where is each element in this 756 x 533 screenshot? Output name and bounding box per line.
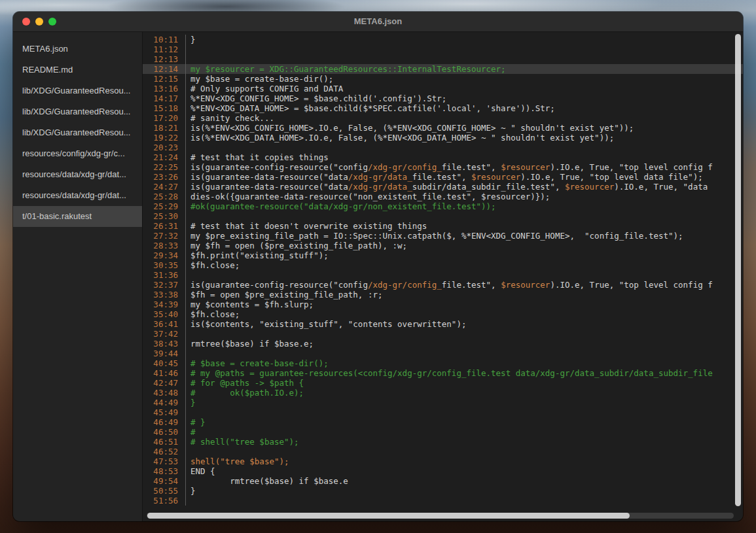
code-line[interactable]: 46:52 bbox=[143, 447, 743, 456]
code-line[interactable]: 42:47# for @paths -> $path { bbox=[143, 378, 743, 388]
code-line[interactable]: 51:56 bbox=[143, 496, 743, 506]
sidebar-item[interactable]: lib/XDG/GuaranteedResou... bbox=[13, 101, 142, 122]
code-line[interactable]: 29:34$fh.print("existing_stuff"); bbox=[143, 250, 743, 260]
code-line[interactable]: 27:32my $pre_existing_file_path = IO::Sp… bbox=[143, 231, 743, 241]
code-line[interactable]: 12:15my $base = create-base-dir(); bbox=[143, 74, 743, 84]
code-line[interactable]: 43:48# ok($path.IO.e); bbox=[143, 388, 743, 398]
code-line[interactable]: 33:38$fh = open $pre_existing_file_path,… bbox=[143, 290, 743, 300]
code-line[interactable]: 39:44 bbox=[143, 349, 743, 358]
code-line[interactable]: 30:35$fh.close; bbox=[143, 260, 743, 270]
code-line[interactable]: 23:26is(guarantee-data-resource("data/xd… bbox=[143, 172, 743, 182]
sidebar-item[interactable]: README.md bbox=[13, 60, 142, 80]
gutter-separator bbox=[178, 378, 186, 388]
code-segment-plain: ).IO.e, True, "top level config f bbox=[550, 162, 712, 172]
code-line[interactable]: 38:43rmtree($base) if $base.e; bbox=[143, 339, 743, 349]
code-text: # shell("tree $base"); bbox=[186, 437, 299, 447]
code-line[interactable]: 15:18%*ENV<XDG_DATA_HOME> = $base.child(… bbox=[143, 103, 743, 113]
code-text bbox=[186, 349, 190, 358]
code-line[interactable]: 12:14my $resourcer = XDG::GuaranteedReso… bbox=[143, 64, 743, 74]
gutter-separator bbox=[178, 54, 186, 64]
code-editor[interactable]: 10:11}11:1212:1312:14my $resourcer = XDG… bbox=[143, 32, 743, 521]
code-segment-plain: dies-ok({guarantee-data-resource("non_ex… bbox=[190, 192, 550, 201]
code-line[interactable]: 17:20# sanity check... bbox=[143, 113, 743, 123]
code-segment-plain: # Only supports CONFIG and DATA bbox=[190, 84, 343, 94]
code-text: END { bbox=[186, 466, 215, 476]
line-number: 19:22 bbox=[143, 133, 178, 143]
code-line[interactable]: 46:51# shell("tree $base"); bbox=[143, 437, 743, 447]
code-segment-changed: /xdg-gr/data_ bbox=[348, 172, 412, 182]
code-line[interactable]: 37:42 bbox=[143, 329, 743, 339]
code-line[interactable]: 20:23 bbox=[143, 143, 743, 152]
window-content: META6.jsonREADME.mdlib/XDG/GuaranteedRes… bbox=[13, 32, 743, 521]
line-number: 46:49 bbox=[143, 417, 178, 427]
code-line[interactable]: 10:11} bbox=[143, 35, 743, 44]
code-line[interactable]: 18:21is(%*ENV<XDG_CONFIG_HOME>.IO.e, Fal… bbox=[143, 123, 743, 133]
sidebar-item[interactable]: resources/data/xdg-gr/dat... bbox=[13, 164, 142, 185]
code-segment-plain: my $contents = $fh.slurp; bbox=[190, 300, 314, 309]
code-line[interactable]: 40:45# $base = create-base-dir(); bbox=[143, 358, 743, 368]
gutter-separator bbox=[178, 388, 186, 398]
window-titlebar[interactable]: META6.json bbox=[13, 12, 743, 32]
code-line[interactable]: 12:13 bbox=[143, 54, 743, 64]
code-line[interactable]: 31:36 bbox=[143, 270, 743, 280]
gutter-separator bbox=[178, 486, 186, 496]
code-text: # bbox=[186, 427, 196, 437]
code-line[interactable]: 14:17%*ENV<XDG_CONFIG_HOME> = $base.chil… bbox=[143, 94, 743, 103]
code-line[interactable]: 13:16# Only supports CONFIG and DATA bbox=[143, 84, 743, 94]
code-line[interactable]: 48:53END { bbox=[143, 466, 743, 476]
code-line[interactable]: 22:25is(guarantee-config-resource("confi… bbox=[143, 162, 743, 172]
code-line[interactable]: 24:27is(guarantee-data-resource("data/xd… bbox=[143, 182, 743, 192]
code-line[interactable]: 25:28dies-ok({guarantee-data-resource("n… bbox=[143, 192, 743, 201]
code-segment-plain: $fh.print("existing_stuff"); bbox=[190, 250, 329, 260]
code-line[interactable]: 11:12 bbox=[143, 44, 743, 54]
gutter-separator bbox=[178, 162, 186, 172]
code-line[interactable]: 34:39my $contents = $fh.slurp; bbox=[143, 300, 743, 309]
code-segment-plain: file.test", bbox=[412, 172, 471, 182]
desktop-background: META6.json META6.jsonREADME.mdlib/XDG/Gu… bbox=[0, 0, 756, 533]
vertical-scrollbar[interactable] bbox=[735, 34, 741, 506]
code-line[interactable]: 45:49 bbox=[143, 407, 743, 417]
code-line[interactable]: 46:49# } bbox=[143, 417, 743, 427]
code-line[interactable]: 47:53shell("tree $base"); bbox=[143, 456, 743, 466]
code-line[interactable]: 25:30 bbox=[143, 211, 743, 221]
sidebar-item[interactable]: lib/XDG/GuaranteedResou... bbox=[13, 80, 142, 101]
line-number: 46:52 bbox=[143, 447, 178, 456]
line-number: 26:31 bbox=[143, 221, 178, 231]
code-line[interactable]: 35:40$fh.close; bbox=[143, 309, 743, 319]
code-line[interactable]: 21:24# test that it copies things bbox=[143, 152, 743, 162]
code-line[interactable]: 32:37is(guarantee-config-resource("confi… bbox=[143, 280, 743, 290]
sidebar-item[interactable]: resources/config/xdg-gr/c... bbox=[13, 143, 142, 164]
app-window: META6.json META6.jsonREADME.mdlib/XDG/Gu… bbox=[13, 12, 743, 521]
line-number: 12:15 bbox=[143, 74, 178, 84]
code-line[interactable]: 49:54 rmtree($base) if $base.e bbox=[143, 476, 743, 486]
code-text bbox=[186, 496, 190, 506]
gutter-separator bbox=[178, 427, 186, 437]
code-segment-plain: # test that it copies things bbox=[190, 152, 329, 162]
horizontal-scrollbar[interactable] bbox=[147, 513, 630, 519]
code-line[interactable]: 41:46# my @paths = guarantee-resources(<… bbox=[143, 368, 743, 378]
code-line[interactable]: 44:49} bbox=[143, 398, 743, 407]
code-text: is(guarantee-data-resource("data/xdg-gr/… bbox=[186, 172, 703, 182]
sidebar-item[interactable]: lib/XDG/GuaranteedResou... bbox=[13, 122, 142, 143]
code-line[interactable]: 36:41is($contents, "existing_stuff", "co… bbox=[143, 319, 743, 329]
code-line[interactable]: 26:31# test that it doesn't overwrite ex… bbox=[143, 221, 743, 231]
sidebar-item[interactable]: resources/data/xdg-gr/dat... bbox=[13, 185, 142, 206]
code-segment-plain: rmtree($base) if $base.e bbox=[190, 476, 348, 486]
gutter-separator bbox=[178, 417, 186, 427]
gutter-separator bbox=[178, 221, 186, 231]
code-line[interactable]: 25:29#ok(guarantee-resource("data/xdg-gr… bbox=[143, 201, 743, 211]
code-text bbox=[186, 143, 190, 152]
code-line[interactable]: 46:50# bbox=[143, 427, 743, 437]
line-number: 49:54 bbox=[143, 476, 178, 486]
code-text: my $contents = $fh.slurp; bbox=[186, 300, 314, 309]
code-segment-changed: $resourcer bbox=[501, 280, 550, 290]
line-number: 48:53 bbox=[143, 466, 178, 476]
code-text: # for @paths -> $path { bbox=[186, 378, 304, 388]
code-line[interactable]: 19:22is(%*ENV<XDG_DATA_HOME>.IO.e, False… bbox=[143, 133, 743, 143]
sidebar-item[interactable]: t/01-basic.rakutest bbox=[13, 206, 142, 227]
code-line[interactable]: 50:55} bbox=[143, 486, 743, 496]
code-text bbox=[186, 211, 190, 221]
code-line[interactable]: 28:33my $fh = open ($pre_existing_file_p… bbox=[143, 241, 743, 250]
sidebar-item[interactable]: META6.json bbox=[13, 39, 142, 60]
line-number: 36:41 bbox=[143, 319, 178, 329]
